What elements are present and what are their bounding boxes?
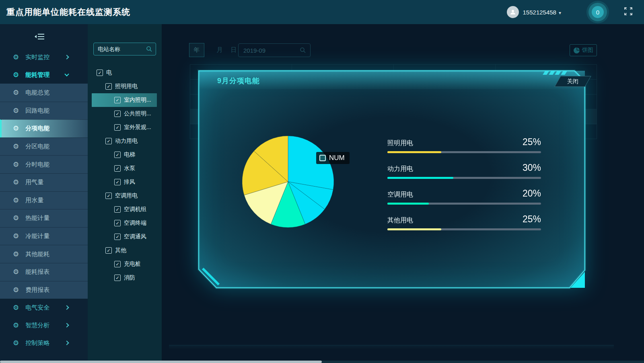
legend-value: 25% bbox=[523, 214, 541, 225]
tree-node[interactable]: 动力用电 bbox=[88, 134, 162, 148]
sidebar-item-energy-management[interactable]: 能耗管理 bbox=[0, 66, 88, 84]
user-dropdown[interactable]: 1552125458 bbox=[523, 9, 561, 16]
checkbox[interactable] bbox=[114, 275, 121, 281]
alarm-badge[interactable]: 0 bbox=[588, 3, 607, 21]
tree-node[interactable]: 空调机组 bbox=[88, 203, 162, 216]
sidebar-item-zone-power[interactable]: 分区电能 bbox=[0, 137, 88, 156]
gear-icon bbox=[13, 143, 19, 150]
gear-icon bbox=[13, 161, 19, 168]
gear-icon bbox=[13, 179, 19, 186]
checkbox[interactable] bbox=[97, 70, 103, 76]
gear-icon bbox=[13, 287, 19, 293]
sidebar-item-cost-report[interactable]: 费用报表 bbox=[0, 281, 88, 299]
fullscreen-icon[interactable] bbox=[624, 7, 633, 17]
checkbox[interactable] bbox=[114, 179, 121, 185]
collapse-sidebar-icon[interactable] bbox=[35, 33, 45, 42]
sidebar-item-label: 回路电能 bbox=[25, 107, 49, 115]
legend-value: 20% bbox=[523, 188, 541, 199]
sidebar-item-control-strategy[interactable]: 控制策略 bbox=[0, 334, 88, 352]
tree-node[interactable]: 照明用电 bbox=[88, 80, 162, 93]
gear-icon bbox=[13, 304, 19, 311]
avatar[interactable] bbox=[507, 6, 519, 18]
tree-node-label: 空调通风 bbox=[124, 233, 146, 240]
sidebar-item-subitem-power[interactable]: 分项电能 bbox=[0, 119, 88, 137]
station-tree-panel: 电 照明用电 室内照明... 公共照明... 室外景观... 动力用电 电梯 水… bbox=[88, 24, 162, 363]
sidebar-item-cold-metering[interactable]: 冷能计量 bbox=[0, 227, 88, 245]
legend-row: 动力用电 30% bbox=[387, 162, 541, 179]
horizontal-scrollbar-thumb[interactable] bbox=[0, 361, 322, 363]
sidebar-item-label: 用气量 bbox=[25, 178, 43, 186]
sidebar-item-circuit-power[interactable]: 回路电能 bbox=[0, 102, 88, 120]
legend-bar-track bbox=[387, 151, 541, 153]
sidebar-item-label: 控制策略 bbox=[25, 339, 49, 347]
sidebar-item-realtime-monitor[interactable]: 实时监控 bbox=[0, 48, 88, 66]
gear-icon bbox=[13, 107, 19, 114]
checkbox[interactable] bbox=[114, 206, 121, 213]
legend-bar-track bbox=[387, 177, 541, 179]
sidebar-item-energy-report[interactable]: 能耗报表 bbox=[0, 263, 88, 281]
checkbox[interactable] bbox=[114, 97, 121, 103]
sidebar-item-label: 电能总览 bbox=[25, 89, 49, 96]
sidebar-item-label: 能耗报表 bbox=[25, 268, 49, 276]
tree-node[interactable]: 空调通风 bbox=[88, 230, 162, 244]
pie-chart-wrap bbox=[228, 121, 348, 242]
gear-icon bbox=[13, 125, 19, 132]
checkbox[interactable] bbox=[105, 138, 112, 144]
tree-node-label: 室内照明... bbox=[124, 96, 151, 104]
sidebar-item-gas-usage[interactable]: 用气量 bbox=[0, 173, 88, 191]
sidebar-item-heat-metering[interactable]: 热能计量 bbox=[0, 209, 88, 227]
checkbox[interactable] bbox=[114, 261, 121, 267]
sidebar-item-other-energy[interactable]: 其他能耗 bbox=[0, 245, 88, 263]
tree-node[interactable]: 其他 bbox=[88, 244, 162, 257]
tree-node[interactable]: 电梯 bbox=[88, 148, 162, 162]
sidebar-item-label: 智慧分析 bbox=[25, 322, 49, 329]
gear-icon bbox=[13, 197, 19, 204]
tree-node[interactable]: 消防 bbox=[88, 271, 162, 285]
checkbox[interactable] bbox=[105, 247, 112, 254]
station-search-box bbox=[93, 43, 156, 55]
tree-node[interactable]: 空调终端 bbox=[88, 216, 162, 230]
sidebar-item-label: 费用报表 bbox=[25, 286, 49, 294]
search-icon[interactable] bbox=[146, 46, 152, 52]
legend-bar-fill bbox=[387, 203, 429, 205]
checkbox[interactable] bbox=[105, 83, 112, 90]
tree-node[interactable]: 空调用电 bbox=[88, 189, 162, 203]
checkbox[interactable] bbox=[114, 234, 121, 240]
tree-node-label: 空调用电 bbox=[115, 192, 138, 199]
checkbox[interactable] bbox=[114, 165, 121, 172]
checkbox[interactable] bbox=[114, 111, 121, 117]
sidebar-item-electric-safety[interactable]: 电气安全 bbox=[0, 299, 88, 316]
pie-chart[interactable] bbox=[228, 121, 348, 242]
sidebar-item-label: 电气安全 bbox=[25, 304, 49, 312]
checkbox[interactable] bbox=[105, 193, 112, 199]
tree-node[interactable]: 电 bbox=[88, 66, 162, 80]
close-button[interactable]: 关闭 bbox=[554, 76, 591, 87]
search-input[interactable] bbox=[94, 46, 146, 52]
tree-node-selected[interactable]: 室内照明... bbox=[92, 93, 157, 107]
horizontal-scrollbar[interactable] bbox=[0, 361, 644, 363]
tree-node-label: 充电桩 bbox=[124, 260, 141, 268]
tree-node[interactable]: 公共照明... bbox=[88, 107, 162, 121]
checkbox[interactable] bbox=[114, 124, 121, 131]
legend-row: 照明用电 25% bbox=[387, 137, 541, 153]
sidebar-item-smart-analysis[interactable]: 智慧分析 bbox=[0, 316, 88, 334]
checkbox[interactable] bbox=[114, 220, 121, 226]
gear-icon bbox=[13, 251, 19, 258]
legend-row: 其他用电 25% bbox=[387, 214, 541, 230]
tree-node[interactable]: 水泵 bbox=[88, 162, 162, 175]
tree-node-label: 电 bbox=[106, 69, 112, 76]
sidebar-item-label: 热能计量 bbox=[25, 214, 49, 222]
tree-node[interactable]: 室外景观... bbox=[88, 121, 162, 134]
gear-icon bbox=[13, 72, 19, 78]
sidebar-item-time-power[interactable]: 分时电能 bbox=[0, 155, 88, 173]
corner-stripes-decoration bbox=[544, 71, 566, 75]
tree-node[interactable]: 排风 bbox=[88, 175, 162, 189]
chevron-right-icon bbox=[64, 55, 69, 59]
tree-node[interactable]: 充电桩 bbox=[88, 257, 162, 271]
tooltip-label: NUM bbox=[329, 154, 345, 162]
sidebar-item-water-usage[interactable]: 用水量 bbox=[0, 191, 88, 209]
legend-value: 25% bbox=[523, 137, 541, 148]
sidebar-item-power-overview[interactable]: 电能总览 bbox=[0, 84, 88, 102]
legend-bar-track bbox=[387, 203, 541, 205]
checkbox[interactable] bbox=[114, 152, 121, 158]
